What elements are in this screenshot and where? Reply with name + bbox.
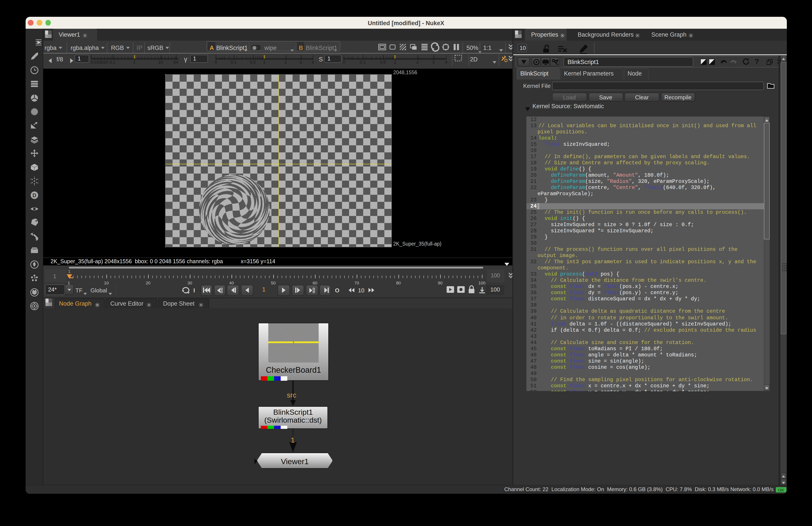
svg-text:D: D [32,192,36,198]
